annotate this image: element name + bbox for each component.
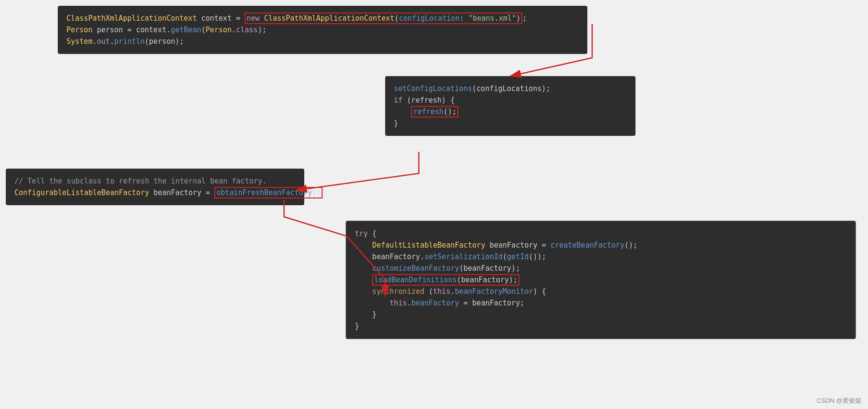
code-text: . — [451, 287, 455, 296]
code-block-4: try { DefaultListableBeanFactory beanFac… — [346, 221, 856, 339]
code-text: // Tell the subclass to refresh the inte… — [14, 177, 267, 185]
highlight-new-classpath: new ClassPathXmlApplicationContext(confi… — [245, 13, 522, 24]
code-text: (refresh) { — [402, 96, 454, 105]
code-text: . — [232, 26, 236, 34]
code-text: beanFactory — [411, 299, 459, 307]
code-text: this — [433, 287, 451, 296]
code-line: } — [355, 309, 847, 320]
code-text — [394, 107, 411, 116]
code-text: ) — [516, 14, 520, 23]
code-block-3: // Tell the subclass to refresh the inte… — [6, 169, 304, 205]
code-text: refresh — [413, 107, 443, 116]
code-text: synchronized — [355, 287, 425, 296]
code-text: obtainFreshBeanFactory — [216, 188, 312, 197]
arrow-2 — [296, 152, 419, 190]
code-text: } — [355, 322, 359, 330]
code-text: person = context. — [92, 26, 171, 34]
code-text: . — [110, 37, 114, 46]
highlight-refresh: refresh(); — [411, 106, 458, 118]
code-text: = beanFactory; — [459, 299, 524, 307]
code-line: setConfigLocations(configLocations); — [394, 83, 627, 94]
code-text: beanFactory = — [485, 241, 550, 250]
code-text: (person); — [145, 37, 184, 46]
highlight-load-bean: loadBeanDefinitions(beanFactory); — [372, 274, 519, 286]
code-line: beanFactory.setSerializationId(getId()); — [355, 251, 847, 263]
code-line: if (refresh) { — [394, 94, 627, 106]
code-text: (); — [624, 241, 637, 250]
code-text: "beans.xml" — [468, 14, 516, 23]
code-line: ConfigurableListableBeanFactory beanFact… — [14, 187, 296, 198]
code-block-2: setConfigLocations(configLocations); if … — [385, 76, 635, 136]
code-line: } — [394, 118, 627, 129]
code-text — [355, 299, 389, 307]
code-text: out — [97, 37, 110, 46]
code-text: { — [368, 229, 376, 238]
code-text: class — [236, 26, 258, 34]
code-text: beanFactoryMonitor — [455, 287, 533, 296]
code-text: getId — [507, 252, 529, 261]
code-block-1: ClassPathXmlApplicationContext context =… — [58, 6, 587, 54]
code-line: this.beanFactory = beanFactory; — [355, 297, 847, 309]
code-text: beanFactory. — [355, 252, 425, 261]
code-line: Person person = context.getBean(Person.c… — [66, 24, 579, 36]
code-text — [355, 276, 372, 284]
code-text: ; — [323, 188, 327, 197]
code-text: configLocation — [399, 14, 459, 23]
code-text: System — [66, 37, 92, 46]
code-text: this — [389, 299, 407, 307]
code-line: ClassPathXmlApplicationContext context =… — [66, 13, 579, 24]
code-text: setConfigLocations — [394, 84, 472, 93]
code-text: DefaultListableBeanFactory — [372, 241, 485, 250]
watermark: CSDN @黄俊懿 — [816, 396, 861, 405]
code-text: (beanFactory); — [457, 276, 518, 284]
code-text: } — [355, 310, 376, 319]
code-text: println — [114, 37, 144, 46]
code-text: beanFactory = — [149, 188, 214, 197]
code-text: ( — [425, 287, 433, 296]
code-text: setSerializationId — [425, 252, 503, 261]
code-text: () — [312, 188, 321, 197]
code-line: synchronized (this.beanFactoryMonitor) { — [355, 286, 847, 297]
highlight-obtain: obtainFreshBeanFactory() — [214, 187, 323, 198]
code-line: refresh(); — [394, 106, 627, 118]
code-text: Person — [66, 26, 92, 34]
code-text: (configLocations); — [472, 84, 551, 93]
code-text — [355, 241, 372, 250]
code-text: getBean — [171, 26, 201, 34]
code-text: ClassPathXmlApplicationContext — [264, 14, 394, 23]
code-text: if — [394, 96, 402, 105]
code-text: (); — [443, 107, 456, 116]
code-text: createBeanFactory — [550, 241, 624, 250]
code-text: customizeBeanFactory — [372, 264, 459, 273]
code-text: : — [460, 14, 468, 23]
code-text: } — [394, 119, 398, 128]
code-line: try { — [355, 228, 847, 239]
code-text: ) { — [533, 287, 546, 296]
code-text: ; — [522, 14, 527, 23]
code-text: context = — [197, 14, 245, 23]
code-text: ConfigurableListableBeanFactory — [14, 188, 149, 197]
code-text: ); — [258, 26, 266, 34]
code-text: ClassPathXmlApplicationContext — [66, 14, 197, 23]
code-line: // Tell the subclass to refresh the inte… — [14, 175, 296, 187]
code-text: Person — [206, 26, 232, 34]
code-text: (beanFactory); — [459, 264, 520, 273]
code-line: } — [355, 320, 847, 332]
code-text — [355, 264, 372, 273]
code-text: ( — [503, 252, 507, 261]
code-text: . — [92, 37, 97, 46]
code-line: customizeBeanFactory(beanFactory); — [355, 263, 847, 274]
code-line: DefaultListableBeanFactory beanFactory =… — [355, 239, 847, 251]
code-line: System.out.println(person); — [66, 36, 579, 47]
code-text: new — [246, 14, 259, 23]
code-text: loadBeanDefinitions — [374, 276, 457, 284]
code-text: try — [355, 229, 368, 238]
code-text: ( — [201, 26, 206, 34]
code-text: ()); — [529, 252, 546, 261]
code-line: loadBeanDefinitions(beanFactory); — [355, 274, 847, 286]
